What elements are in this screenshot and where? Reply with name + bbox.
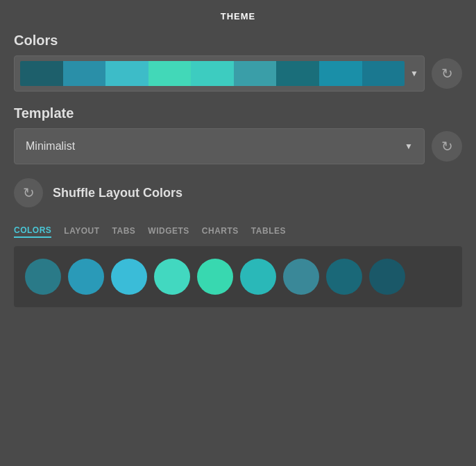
palette-swatch — [234, 61, 277, 86]
template-dropdown-value: Minimalist — [26, 140, 75, 153]
colors-grid-panel — [14, 246, 462, 307]
color-circle-4[interactable] — [197, 259, 233, 295]
nav-tab-charts[interactable]: CHARTS — [202, 225, 239, 237]
palette-swatches — [20, 61, 405, 86]
colors-reset-button[interactable]: ↻ — [432, 58, 462, 89]
theme-panel: THEME Colors ▼ ↻ Template Minimalist ▼ ↻… — [0, 0, 476, 466]
nav-tab-layout[interactable]: LAYOUT — [64, 225, 99, 237]
palette-dropdown-arrow: ▼ — [410, 69, 418, 78]
nav-tab-widgets[interactable]: WIDGETS — [148, 225, 189, 237]
color-circle-1[interactable] — [68, 259, 104, 295]
template-dropdown-arrow: ▼ — [405, 141, 413, 151]
palette-swatch — [191, 61, 234, 86]
template-dropdown[interactable]: Minimalist ▼ — [14, 128, 425, 164]
color-circle-8[interactable] — [369, 259, 405, 295]
nav-tab-tables[interactable]: TABLES — [251, 225, 286, 237]
palette-swatch — [362, 61, 405, 86]
color-circle-5[interactable] — [240, 259, 276, 295]
shuffle-row: ↻ Shuffle Layout Colors — [14, 178, 462, 207]
color-circle-2[interactable] — [111, 259, 147, 295]
colors-row: ▼ ↻ — [14, 55, 462, 92]
color-circles — [25, 259, 451, 295]
palette-swatch — [105, 61, 148, 86]
color-circle-0[interactable] — [25, 259, 61, 295]
nav-tabs: COLORSLAYOUTTABSWIDGETSCHARTSTABLES — [14, 224, 462, 238]
palette-swatch — [319, 61, 362, 86]
refresh-icon-2: ↻ — [441, 139, 453, 153]
color-circle-7[interactable] — [326, 259, 362, 295]
template-row: Minimalist ▼ ↻ — [14, 128, 462, 164]
nav-tab-colors[interactable]: COLORS — [14, 224, 51, 238]
nav-tab-tabs[interactable]: TABS — [112, 225, 136, 237]
palette-swatch — [20, 61, 63, 86]
shuffle-label: Shuffle Layout Colors — [53, 186, 182, 200]
color-palette-dropdown[interactable]: ▼ — [14, 55, 425, 92]
palette-swatch — [63, 61, 106, 86]
color-circle-6[interactable] — [283, 259, 319, 295]
colors-section-label: Colors — [14, 33, 462, 49]
refresh-icon: ↻ — [441, 67, 453, 80]
shuffle-button[interactable]: ↻ — [14, 178, 43, 207]
palette-swatch — [276, 61, 319, 86]
palette-swatch — [148, 61, 192, 86]
panel-title: THEME — [14, 11, 462, 21]
template-reset-button[interactable]: ↻ — [432, 131, 462, 162]
color-circle-3[interactable] — [154, 259, 190, 295]
template-section-label: Template — [14, 105, 462, 121]
shuffle-icon: ↻ — [23, 186, 35, 200]
